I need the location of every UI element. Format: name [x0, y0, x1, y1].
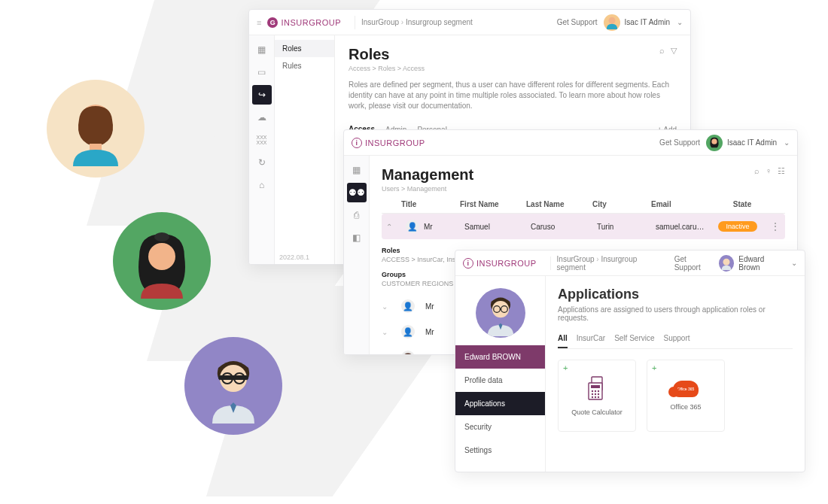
- breadcrumb: InsurGroupInsurgroup segment: [361, 18, 473, 26]
- col-title: Title: [401, 200, 454, 208]
- expand-icon[interactable]: ⌄: [382, 354, 395, 355]
- nav-settings[interactable]: Settings: [455, 439, 545, 462]
- page-title: Management: [382, 166, 754, 184]
- status-badge: Inactive: [718, 221, 756, 232]
- profile-name[interactable]: Edward BROWN: [455, 345, 545, 369]
- side-panel: Roles Rules: [275, 35, 335, 264]
- toolbar-icons: ⌕ ▽: [659, 46, 677, 56]
- rail-item[interactable]: ⎙: [347, 205, 367, 225]
- tab-insurcar[interactable]: InsurCar: [577, 329, 605, 348]
- expand-icon[interactable]: ⌄: [382, 302, 395, 311]
- topbar: ≡ GINSURGROUP InsurGroupInsurgroup segme…: [249, 10, 690, 35]
- svg-point-8: [608, 17, 615, 23]
- nav-profile-data[interactable]: Profile data: [455, 369, 545, 392]
- rail-item-users[interactable]: ⚉⚉: [347, 183, 367, 202]
- page-description: Roles are defined per segment, thus a us…: [349, 80, 677, 111]
- side-item-roles[interactable]: Roles: [275, 40, 334, 57]
- toolbar-icons: ⌕ ♀ ☷: [754, 166, 785, 176]
- topbar: iINSURGROUP InsurGroupInsurgroup segment…: [455, 250, 805, 276]
- col-city: City: [592, 200, 645, 208]
- user-icon: 👤: [406, 220, 419, 233]
- table-row[interactable]: ⌃ 👤Mr Samuel Caruso Turin samuel.caruso……: [382, 214, 785, 239]
- tabs: All InsurCar Self Service Support: [558, 329, 793, 349]
- rail-item[interactable]: ⌂: [252, 175, 272, 195]
- add-icon: +: [652, 363, 656, 372]
- calculator-icon: [586, 375, 608, 402]
- search-icon[interactable]: ⌕: [659, 46, 665, 56]
- rail-item[interactable]: ▦: [347, 160, 367, 180]
- rail-item-active[interactable]: ↪: [252, 85, 272, 105]
- svg-point-24: [592, 396, 593, 398]
- col-first: First Name: [460, 200, 520, 208]
- window-applications: iINSURGROUP InsurGroupInsurgroup segment…: [455, 250, 805, 472]
- svg-point-25: [595, 396, 596, 398]
- tab-selfservice[interactable]: Self Service: [614, 329, 654, 348]
- col-email: Email: [651, 200, 710, 208]
- filter-icon[interactable]: ▽: [671, 46, 677, 56]
- nav-applications[interactable]: Applications: [455, 392, 545, 415]
- user-icon: 👩: [401, 351, 415, 354]
- rail-item[interactable]: ▭: [252, 62, 272, 82]
- app-label: Office 365: [671, 403, 702, 411]
- rail-item[interactable]: ☁: [252, 108, 272, 127]
- avatar: [719, 255, 735, 272]
- side-item-rules[interactable]: Rules: [275, 57, 334, 74]
- breadcrumb: InsurGroupInsurgroup segment: [557, 255, 662, 272]
- persona-avatar-1: [47, 80, 145, 178]
- filter-icon[interactable]: ♀: [766, 166, 772, 176]
- svg-point-19: [595, 390, 596, 392]
- cell-state: Inactive: [711, 221, 764, 232]
- tab-support[interactable]: Support: [664, 329, 690, 348]
- get-support-link[interactable]: Get Support: [674, 255, 713, 272]
- svg-point-21: [592, 393, 593, 395]
- app-card-office365[interactable]: + Office 365 Office 365: [647, 360, 725, 432]
- row-actions-icon[interactable]: ⋮: [770, 220, 781, 232]
- rail-item[interactable]: ↻: [252, 153, 272, 172]
- expand-icon[interactable]: ⌄: [382, 328, 395, 336]
- app-card-quote-calculator[interactable]: + Quote Calculator: [558, 360, 636, 432]
- persona-avatar-2: [113, 212, 211, 310]
- col-state: State: [716, 200, 769, 208]
- chevron-down-icon: [789, 259, 797, 267]
- brand-logo: iINSURGROUP: [463, 258, 537, 269]
- get-support-link[interactable]: Get Support: [557, 18, 598, 26]
- cell-email: samuel.caruso…: [656, 223, 705, 231]
- search-icon[interactable]: ⌕: [754, 166, 760, 176]
- user-icon: 👤: [401, 299, 415, 313]
- chevron-down-icon: [781, 138, 790, 147]
- rail-item[interactable]: ▦: [252, 40, 272, 59]
- menu-icon[interactable]: ≡: [257, 18, 261, 27]
- svg-point-23: [598, 393, 599, 395]
- cell-city: Turin: [597, 223, 650, 231]
- cell-first: Samuel: [464, 223, 525, 231]
- chevron-down-icon: [674, 18, 683, 26]
- user-menu[interactable]: Isac IT Admin: [604, 14, 683, 31]
- page-breadcrumb: Users > Management: [382, 185, 754, 193]
- user-icon: 👤: [401, 325, 415, 339]
- brand-logo: GINSURGROUP: [267, 17, 341, 28]
- add-icon: +: [563, 363, 568, 372]
- page-title: Roles: [349, 46, 659, 63]
- get-support-link[interactable]: Get Support: [659, 138, 700, 147]
- page-description: Applications are assigned to users throu…: [558, 305, 793, 322]
- rail-item[interactable]: ◧: [347, 228, 367, 247]
- profile-avatar: [476, 288, 525, 338]
- svg-point-20: [598, 390, 599, 392]
- rail-item[interactable]: XXXXXX: [252, 130, 272, 150]
- user-menu[interactable]: Edward Brown: [719, 255, 797, 272]
- persona-avatar-3: [184, 337, 282, 435]
- svg-point-10: [723, 258, 730, 265]
- user-menu[interactable]: Isaac IT Admin: [706, 135, 790, 151]
- svg-rect-17: [591, 385, 600, 388]
- tab-all[interactable]: All: [558, 329, 568, 348]
- expand-icon[interactable]: ⌃: [386, 223, 400, 231]
- topbar: iINSURGROUP Get Support Isaac IT Admin: [344, 130, 797, 156]
- version-label: 2022.08.1: [279, 254, 309, 261]
- svg-point-18: [592, 390, 593, 392]
- nav-security[interactable]: Security: [455, 415, 545, 439]
- content-area: Applications Applications are assigned t…: [546, 276, 805, 472]
- table-header: Title First Name Last Name City Email St…: [382, 193, 785, 214]
- settings-icon[interactable]: ☷: [778, 166, 785, 176]
- page-title: Applications: [558, 287, 793, 302]
- office-icon: Office 365: [673, 381, 699, 397]
